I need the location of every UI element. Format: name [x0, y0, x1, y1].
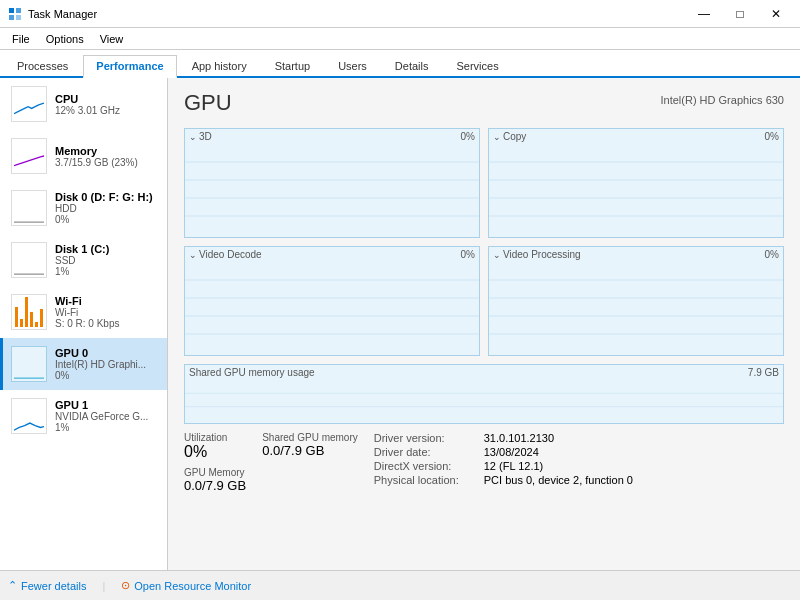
sidebar-item-gpu0[interactable]: GPU 0 Intel(R) HD Graphi... 0% [0, 338, 167, 390]
chart-3d: ⌄ 3D 0% [184, 128, 480, 238]
menu-options[interactable]: Options [38, 31, 92, 47]
gpu-mem-label: GPU Memory [184, 467, 246, 478]
wifi-sidebar-text: Wi-Fi Wi-Fi S: 0 R: 0 Kbps [55, 295, 119, 329]
memory-mini-chart [11, 138, 47, 174]
open-resource-monitor-btn[interactable]: ⊙ Open Resource Monitor [121, 579, 251, 592]
resource-monitor-icon: ⊙ [121, 579, 130, 592]
svg-rect-1 [16, 8, 21, 13]
tab-startup[interactable]: Startup [262, 55, 323, 76]
disk1-detail2: 1% [55, 266, 109, 277]
window-title: Task Manager [28, 8, 688, 20]
disk0-label: Disk 0 (D: F: G: H:) [55, 191, 153, 203]
directx-label: DirectX version: [374, 460, 484, 472]
menu-view[interactable]: View [92, 31, 132, 47]
stats-row: Utilization 0% GPU Memory 0.0/7.9 GB Sha… [184, 432, 784, 499]
disk0-mini-chart [11, 190, 47, 226]
fewer-details-label: Fewer details [21, 580, 86, 592]
directx-value: 12 (FL 12.1) [484, 460, 544, 472]
disk0-detail1: HDD [55, 203, 153, 214]
gpu0-detail2: 0% [55, 370, 146, 381]
driver-version-label: Driver version: [374, 432, 484, 444]
chart-copy-inner [489, 144, 783, 234]
chart-3d-pct: 0% [461, 131, 475, 142]
utilization-stat: Utilization 0% [184, 432, 246, 461]
gpu-title: GPU [184, 90, 232, 116]
shared-mem-value: 0.0/7.9 GB [262, 443, 358, 458]
charts-grid: ⌄ 3D 0% ⌄ Copy [184, 128, 784, 356]
chart-video-processing: ⌄ Video Processing 0% [488, 246, 784, 356]
svg-rect-3 [16, 15, 21, 20]
close-button[interactable]: ✕ [760, 0, 792, 28]
wifi-detail1: Wi-Fi [55, 307, 119, 318]
chart-vp-label: ⌄ Video Processing [489, 247, 783, 262]
gpu-fullname: Intel(R) HD Graphics 630 [661, 94, 785, 106]
disk0-sidebar-text: Disk 0 (D: F: G: H:) HDD 0% [55, 191, 153, 225]
disk1-mini-chart [11, 242, 47, 278]
tab-users[interactable]: Users [325, 55, 380, 76]
wifi-detail2: S: 0 R: 0 Kbps [55, 318, 119, 329]
chart-vp-pct: 0% [765, 249, 779, 260]
location-label: Physical location: [374, 474, 484, 486]
svg-rect-2 [9, 15, 14, 20]
utilization-value: 0% [184, 443, 246, 461]
footer: ⌃ Fewer details | ⊙ Open Resource Monito… [0, 570, 800, 600]
driver-date-label: Driver date: [374, 446, 484, 458]
gpu-mem-stat: GPU Memory 0.0/7.9 GB [184, 467, 246, 493]
title-bar: Task Manager — □ ✕ [0, 0, 800, 28]
tab-app-history[interactable]: App history [179, 55, 260, 76]
cpu-detail: 12% 3.01 GHz [55, 105, 120, 116]
shared-label-pct: 7.9 GB [748, 367, 779, 378]
gpu1-mini-chart [11, 398, 47, 434]
sidebar-item-gpu1[interactable]: GPU 1 NVIDIA GeForce G... 1% [0, 390, 167, 442]
chart-vd-pct: 0% [461, 249, 475, 260]
app-icon [8, 7, 22, 21]
chart-copy-label: ⌄ Copy [489, 129, 783, 144]
gpu1-label: GPU 1 [55, 399, 148, 411]
sidebar-item-cpu[interactable]: CPU 12% 3.01 GHz [0, 78, 167, 130]
memory-sidebar-text: Memory 3.7/15.9 GB (23%) [55, 145, 138, 168]
chevron-down-icon: ⌃ [8, 579, 17, 592]
chart-video-decode: ⌄ Video Decode 0% [184, 246, 480, 356]
fewer-details-btn[interactable]: ⌃ Fewer details [8, 579, 86, 592]
footer-divider: | [102, 580, 105, 592]
sidebar-item-disk0[interactable]: Disk 0 (D: F: G: H:) HDD 0% [0, 182, 167, 234]
gpu0-sidebar-text: GPU 0 Intel(R) HD Graphi... 0% [55, 347, 146, 381]
menu-bar: File Options View [0, 28, 800, 50]
shared-chart-inner [185, 380, 783, 420]
driver-version-value: 31.0.101.2130 [484, 432, 554, 444]
gpu1-detail1: NVIDIA GeForce G... [55, 411, 148, 422]
tabs-bar: Processes Performance App history Startu… [0, 50, 800, 78]
disk1-label: Disk 1 (C:) [55, 243, 109, 255]
utilization-label: Utilization [184, 432, 246, 443]
maximize-button[interactable]: □ [724, 0, 756, 28]
wifi-mini-chart [11, 294, 47, 330]
tab-services[interactable]: Services [443, 55, 511, 76]
window-controls: — □ ✕ [688, 0, 792, 28]
tab-processes[interactable]: Processes [4, 55, 81, 76]
location-value: PCI bus 0, device 2, function 0 [484, 474, 633, 486]
driver-date-value: 13/08/2024 [484, 446, 539, 458]
stats-middle: Shared GPU memory 0.0/7.9 GB [262, 432, 358, 499]
wifi-label: Wi-Fi [55, 295, 119, 307]
shared-mem-label: Shared GPU memory [262, 432, 358, 443]
shared-gpu-memory-chart: Shared GPU memory usage 7.9 GB [184, 364, 784, 424]
minimize-button[interactable]: — [688, 0, 720, 28]
driver-info: Driver version: 31.0.101.2130 Driver dat… [374, 432, 633, 499]
chart-vp-inner [489, 262, 783, 352]
driver-version-row: Driver version: 31.0.101.2130 [374, 432, 633, 444]
cpu-sidebar-text: CPU 12% 3.01 GHz [55, 93, 120, 116]
gpu0-label: GPU 0 [55, 347, 146, 359]
open-monitor-label: Open Resource Monitor [134, 580, 251, 592]
gpu0-mini-chart [11, 346, 47, 382]
tab-performance[interactable]: Performance [83, 55, 176, 78]
tab-details[interactable]: Details [382, 55, 442, 76]
gpu-title-block: GPU [184, 90, 232, 116]
sidebar-item-memory[interactable]: Memory 3.7/15.9 GB (23%) [0, 130, 167, 182]
main-content: CPU 12% 3.01 GHz Memory 3.7/15.9 GB (23%… [0, 78, 800, 570]
sidebar-item-disk1[interactable]: Disk 1 (C:) SSD 1% [0, 234, 167, 286]
gpu0-detail1: Intel(R) HD Graphi... [55, 359, 146, 370]
disk0-detail2: 0% [55, 214, 153, 225]
sidebar-item-wifi[interactable]: Wi-Fi Wi-Fi S: 0 R: 0 Kbps [0, 286, 167, 338]
stats-left: Utilization 0% GPU Memory 0.0/7.9 GB [184, 432, 246, 499]
menu-file[interactable]: File [4, 31, 38, 47]
